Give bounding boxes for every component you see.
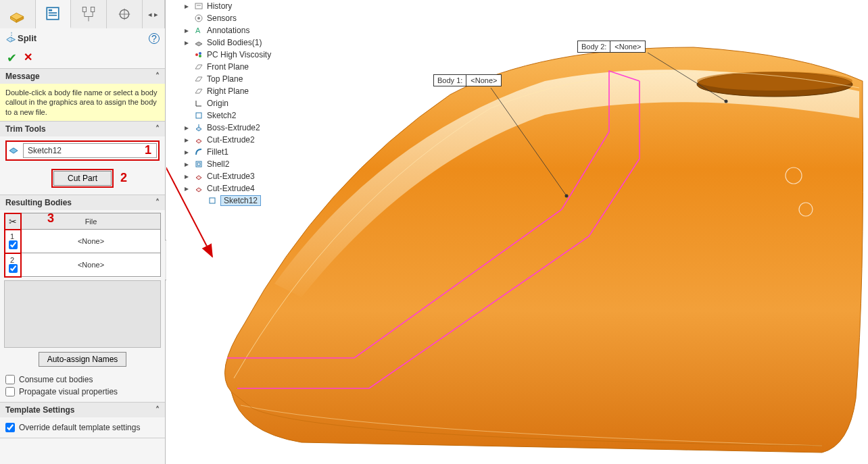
flyout-feature-tree[interactable]: ▸HistorySensors▸AAnnotations▸Solid Bodie…: [183, 0, 318, 207]
override-label: Override default template settings: [19, 423, 140, 432]
callout-value[interactable]: <None>: [610, 41, 646, 53]
callout-body-1[interactable]: Body 1: <None>: [433, 74, 502, 86]
override-option[interactable]: Override default template settings: [5, 421, 160, 434]
tree-item-boss-extrude2[interactable]: ▸Boss-Extrude2: [183, 122, 318, 134]
col-select-all[interactable]: ✂: [5, 213, 21, 230]
svg-point-17: [725, 100, 728, 103]
tree-item-fillet1[interactable]: ▸Fillet1: [183, 146, 318, 158]
cut-part-highlight: Cut Part 2: [51, 169, 114, 188]
row-1-file[interactable]: <None>: [21, 230, 161, 253]
template-settings-section: Template Settings ˄ Override default tem…: [0, 403, 165, 438]
sketch-icon: [207, 195, 218, 206]
tree-item-history[interactable]: ▸History: [183, 0, 318, 12]
tab-config-manager[interactable]: [71, 0, 107, 28]
property-manager-panel: ◂ ▸ Split ? ✔ ✕ Message ˄ Double-click a…: [0, 0, 166, 464]
table-row: 1 <None>: [5, 230, 161, 253]
tree-expander[interactable]: ▸: [183, 26, 191, 35]
svg-point-24: [199, 52, 201, 55]
tree-expander[interactable]: ▸: [183, 135, 191, 145]
svg-rect-18: [195, 3, 202, 9]
row-2-checkbox[interactable]: [9, 264, 18, 273]
tree-expander[interactable]: ▸: [183, 147, 191, 157]
trim-tools-section: Trim Tools ˄ Sketch12 1 Cut Part 2: [0, 122, 165, 195]
tree-expander[interactable]: ▸: [183, 123, 191, 132]
row-2-file[interactable]: <None>: [21, 253, 161, 277]
section-title: Trim Tools: [5, 124, 46, 134]
tree-item-cut-extrude3[interactable]: ▸Cut-Extrude3: [183, 170, 318, 182]
tree-item-cut-extrude4[interactable]: ▸Cut-Extrude4: [183, 182, 318, 195]
cut-part-button[interactable]: Cut Part: [53, 171, 112, 186]
row-1-check[interactable]: 1: [5, 230, 21, 253]
split-feature-icon: [5, 31, 18, 45]
consume-option[interactable]: Consume cut bodies: [5, 373, 160, 386]
tree-item-solid-bodies-1-[interactable]: ▸Solid Bodies(1): [183, 36, 318, 49]
callout-label: Body 2:: [577, 41, 610, 53]
tree-item-label: Fillet1: [207, 147, 228, 157]
tree-item-front-plane[interactable]: Front Plane: [183, 61, 318, 73]
override-checkbox[interactable]: [5, 423, 15, 432]
row-1-checkbox[interactable]: [9, 240, 18, 249]
tree-item-label: Solid Bodies(1): [207, 38, 262, 47]
row-2-check[interactable]: 2: [5, 253, 21, 277]
tab-property-manager[interactable]: [36, 0, 72, 28]
tree-item-sketch2[interactable]: Sketch2: [183, 109, 318, 122]
tree-item-right-plane[interactable]: Right Plane: [183, 85, 318, 97]
extrude-icon: [193, 122, 204, 133]
tree-expander[interactable]: ▸: [183, 159, 191, 169]
tab-dimxpert[interactable]: [107, 0, 143, 28]
plane-icon: [193, 86, 204, 97]
help-button[interactable]: ?: [149, 33, 160, 44]
message-section-header[interactable]: Message ˄: [0, 69, 165, 84]
tree-item-sketch12[interactable]: Sketch12: [183, 195, 318, 207]
svg-point-13: [697, 72, 852, 91]
tree-item-label: Shell2: [207, 159, 229, 169]
scissors-icon: ✂: [9, 216, 17, 227]
face-icon: [8, 144, 19, 157]
section-title: Template Settings: [5, 405, 74, 415]
panel-tabs: ◂ ▸: [0, 0, 165, 28]
auto-assign-button[interactable]: Auto-assign Names: [39, 352, 127, 367]
ok-cancel-row: ✔ ✕: [0, 48, 165, 69]
template-settings-header[interactable]: Template Settings ˄: [0, 403, 165, 417]
callout-label: Body 1:: [433, 74, 466, 86]
trim-tools-header[interactable]: Trim Tools ˄: [0, 122, 165, 136]
tree-expander[interactable]: ▸: [183, 172, 191, 181]
tree-item-pc-high-viscosity[interactable]: PC High Viscosity: [183, 49, 318, 61]
col-file-header: File: [21, 213, 161, 230]
tree-item-cut-extrude2[interactable]: ▸Cut-Extrude2: [183, 134, 318, 146]
tree-item-top-plane[interactable]: Top Plane: [183, 73, 318, 85]
resulting-bodies-header[interactable]: Resulting Bodies ˄: [0, 195, 165, 210]
svg-rect-3: [49, 15, 57, 16]
tree-item-label: Sensors: [207, 14, 237, 23]
tree-expander[interactable]: ▸: [183, 38, 191, 47]
tree-item-label: Annotations: [207, 26, 249, 35]
resulting-bodies-table: ✂ File 1 <None> 2 <None>: [4, 213, 161, 278]
consume-checkbox[interactable]: [5, 375, 15, 384]
section-title: Message: [5, 72, 40, 81]
trim-tool-input[interactable]: Sketch12: [23, 143, 157, 158]
ok-button[interactable]: ✔: [7, 51, 17, 66]
svg-point-21: [197, 17, 200, 20]
plane-icon: [193, 61, 204, 72]
tree-item-label: Right Plane: [207, 86, 249, 96]
shell-icon: [193, 159, 204, 170]
propagate-checkbox[interactable]: [5, 387, 15, 396]
propagate-option[interactable]: Propagate visual properties: [5, 386, 160, 398]
tree-item-sensors[interactable]: Sensors: [183, 12, 318, 24]
tab-feature-manager[interactable]: [0, 0, 36, 28]
tree-item-origin[interactable]: Origin: [183, 97, 318, 109]
tree-expander[interactable]: ▸: [183, 184, 191, 193]
tree-item-shell2[interactable]: ▸Shell2: [183, 158, 318, 170]
annotation-1: 1: [145, 143, 151, 157]
tab-overflow[interactable]: ◂ ▸: [143, 0, 166, 28]
tree-expander[interactable]: ▸: [183, 1, 191, 11]
svg-rect-1: [49, 9, 52, 11]
tree-item-annotations[interactable]: ▸AAnnotations: [183, 24, 318, 36]
callout-body-2[interactable]: Body 2: <None>: [577, 41, 646, 53]
cancel-button[interactable]: ✕: [24, 51, 32, 66]
svg-point-25: [199, 55, 201, 57]
callout-value[interactable]: <None>: [466, 74, 502, 86]
chevron-left-right-icon: ◂ ▸: [148, 10, 158, 19]
annotation-3: 3: [47, 211, 54, 226]
tree-item-label: Front Plane: [207, 62, 249, 72]
